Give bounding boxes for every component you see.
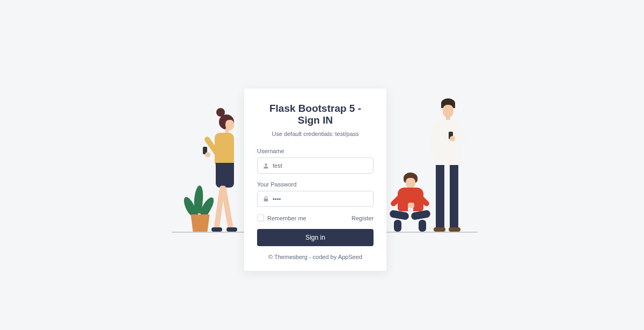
plant-illustration xyxy=(189,214,211,232)
username-wrap xyxy=(257,157,374,174)
password-label: Your Password xyxy=(257,181,374,188)
user-icon xyxy=(262,162,269,169)
signin-button[interactable]: Sign in xyxy=(257,229,374,246)
password-input[interactable] xyxy=(257,191,374,207)
footer-sep: - coded by xyxy=(308,254,338,260)
password-wrap xyxy=(257,191,374,207)
page-subtitle: Use default credentials: test/pass xyxy=(257,131,374,137)
svg-point-0 xyxy=(265,163,267,166)
footer: © Themesberg - coded by AppSeed xyxy=(257,254,374,260)
themesberg-link[interactable]: © Themesberg xyxy=(268,254,308,260)
remember-checkbox[interactable] xyxy=(257,214,264,221)
remember-wrap: Remember me xyxy=(257,214,306,221)
username-label: Username xyxy=(257,148,374,154)
remember-label: Remember me xyxy=(267,215,306,221)
page-title: Flask Bootstrap 5 - Sign IN xyxy=(257,103,374,126)
username-input[interactable] xyxy=(257,157,374,174)
remember-row: Remember me Register xyxy=(257,214,374,221)
appseed-link[interactable]: AppSeed xyxy=(338,254,362,260)
register-link[interactable]: Register xyxy=(352,215,374,221)
lock-icon xyxy=(262,195,269,203)
signin-card: Flask Bootstrap 5 - Sign IN Use default … xyxy=(244,89,386,271)
svg-rect-1 xyxy=(264,198,268,201)
